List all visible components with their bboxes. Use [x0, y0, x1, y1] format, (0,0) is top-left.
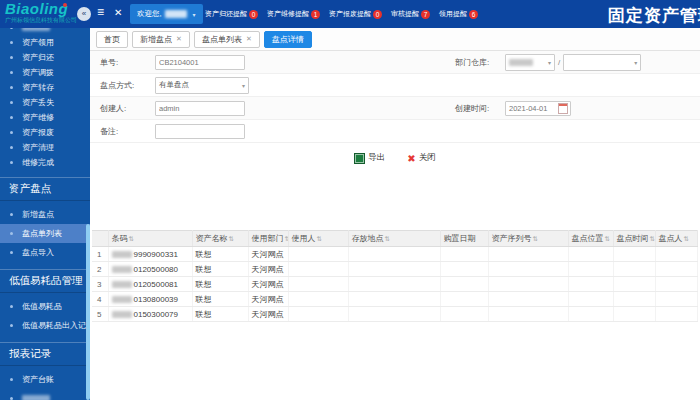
use-dept-cell: 天河网点: [248, 292, 288, 307]
sidebar-item[interactable]: 资产领用: [0, 35, 90, 50]
inventory-time-cell: [613, 277, 655, 292]
tab-close-icon[interactable]: ✕: [176, 35, 182, 43]
inventory-time-cell: [613, 247, 655, 262]
sort-icon[interactable]: ⇅: [605, 235, 610, 242]
sort-icon[interactable]: ⇅: [317, 235, 322, 242]
table-row[interactable]: 30120500081联想天河网点: [92, 277, 697, 292]
creator-input[interactable]: [155, 101, 245, 116]
collapse-sidebar-button[interactable]: «: [77, 7, 91, 21]
notification-link[interactable]: 领用提醒6: [439, 9, 478, 19]
sidebar-item[interactable]: 低值易耗品: [0, 297, 90, 316]
sidebar-item[interactable]: 资产归还: [0, 50, 90, 65]
bullet-icon: [10, 56, 13, 59]
sort-icon[interactable]: ⇅: [129, 235, 134, 242]
table-row[interactable]: 50150300079联想天河网点: [92, 307, 697, 322]
inventory-time-cell: [613, 292, 655, 307]
bullet-icon: [10, 324, 13, 327]
inventory-mode-select[interactable]: 有单盘点 ▾: [155, 77, 249, 94]
tab-close-icon[interactable]: ✕: [246, 35, 252, 43]
create-time-input[interactable]: 2021-04-01: [505, 101, 571, 116]
bullet-icon: [10, 131, 13, 134]
sidebar-item[interactable]: 维修完成: [0, 155, 90, 170]
sidebar-item[interactable]: 资产调拨: [0, 65, 90, 80]
location-cell: [348, 247, 440, 262]
notification-label: 资产报废提醒: [329, 9, 371, 19]
sidebar-item[interactable]: 资产台账: [0, 370, 90, 389]
notification-badge: 1: [311, 10, 320, 19]
column-header[interactable]: 盘点人⇅: [655, 231, 697, 247]
column-header[interactable]: 资产序列号⇅: [488, 231, 568, 247]
sort-icon[interactable]: ⇅: [533, 235, 538, 242]
table-row[interactable]: 20120500080联想天河网点: [92, 262, 697, 277]
barcode-cell: 0120500081: [108, 277, 192, 292]
export-button[interactable]: 导出: [354, 152, 385, 164]
close-icon[interactable]: ✕: [114, 7, 122, 18]
purchase-date-cell: [440, 262, 488, 277]
table-row[interactable]: 19990900331联想天河网点: [92, 247, 697, 262]
sidebar-item[interactable]: 盘点单列表: [0, 224, 90, 243]
sort-icon[interactable]: ⇅: [385, 235, 390, 242]
close-button[interactable]: ✖ 关闭: [407, 152, 435, 164]
column-header[interactable]: 条码⇅: [108, 231, 192, 247]
serial-cell: [488, 292, 568, 307]
column-header[interactable]: 存放地点⇅: [348, 231, 440, 247]
column-header: 购置日期: [440, 231, 488, 247]
app-title: 固定资产管理系统: [608, 4, 700, 27]
dept-select[interactable]: ▾: [505, 54, 555, 71]
tab-盘点单列表[interactable]: 盘点单列表✕: [194, 31, 260, 48]
sidebar-item-label: 维修完成: [22, 157, 54, 168]
sidebar-item-cut-top[interactable]: [0, 28, 90, 35]
remark-input[interactable]: [155, 124, 245, 139]
hamburger-menu-icon[interactable]: ≡: [97, 5, 104, 19]
sort-icon[interactable]: ⇅: [285, 235, 289, 242]
sidebar-item-label: 资产转存: [22, 82, 54, 93]
sidebar-item[interactable]: 新增盘点: [0, 205, 90, 224]
column-label: 盘点位置: [572, 234, 604, 243]
notification-link[interactable]: 资产归还提醒0: [205, 9, 258, 19]
sort-icon[interactable]: ⇅: [650, 235, 655, 242]
user-menu[interactable]: 欢迎您, ▾: [130, 4, 203, 24]
sidebar-item[interactable]: 盘点导入: [0, 243, 90, 262]
sidebar-item[interactable]: 低值易耗品出入记录: [0, 316, 90, 335]
tab-首页[interactable]: 首页: [96, 31, 128, 48]
sidebar-item-cut-bottom[interactable]: [0, 389, 90, 400]
dept-value-redacted: [509, 59, 533, 66]
row-number-cell: 1: [92, 247, 108, 262]
location-cell: [348, 292, 440, 307]
bullet-icon: [10, 161, 13, 164]
column-label: 存放地点: [352, 234, 384, 243]
sidebar-item[interactable]: 资产转存: [0, 80, 90, 95]
inventory-mode-label: 盘点方式:: [90, 80, 155, 91]
tab-新增盘点[interactable]: 新增盘点✕: [132, 31, 190, 48]
column-header[interactable]: 盘点时间⇅: [613, 231, 655, 247]
warehouse-select[interactable]: ▾: [563, 54, 641, 71]
column-header[interactable]: 使用部门⇅: [248, 231, 288, 247]
column-header[interactable]: 使用人⇅: [288, 231, 348, 247]
sidebar-item[interactable]: 资产清理: [0, 140, 90, 155]
sidebar-item-label: 资产调拨: [22, 67, 54, 78]
main-content: 首页新增盘点✕盘点单列表✕盘点详情 单号: 部门仓库: ▾ / ▾ 盘点方式: …: [90, 28, 700, 400]
sidebar-item[interactable]: 资产报废: [0, 125, 90, 140]
user-cell: [288, 292, 348, 307]
notification-link[interactable]: 审核提醒7: [391, 9, 430, 19]
column-header[interactable]: 盘点位置⇅: [568, 231, 613, 247]
barcode-value: 0120500080: [134, 265, 179, 274]
sidebar-item[interactable]: 资产维修: [0, 110, 90, 125]
notification-link[interactable]: 资产维修提醒1: [267, 9, 320, 19]
order-no-input[interactable]: [155, 55, 245, 70]
sort-icon[interactable]: ⇅: [229, 235, 234, 242]
table-row[interactable]: 40130800039联想天河网点: [92, 292, 697, 307]
remark-label: 备注:: [90, 126, 155, 137]
sidebar-item[interactable]: 资产丢失: [0, 95, 90, 110]
column-header[interactable]: 资产名称⇅: [192, 231, 248, 247]
column-label: 条码: [112, 234, 128, 243]
tab-盘点详情[interactable]: 盘点详情: [264, 31, 312, 48]
sidebar-item-label: 新增盘点: [22, 209, 54, 220]
sidebar-item-label: 资产报废: [22, 127, 54, 138]
notification-link[interactable]: 资产报废提醒0: [329, 9, 382, 19]
barcode-prefix-redacted: [112, 311, 132, 318]
barcode-cell: 0120500080: [108, 262, 192, 277]
sort-icon[interactable]: ⇅: [684, 235, 689, 242]
calendar-icon[interactable]: [558, 103, 568, 114]
notification-label: 资产归还提醒: [205, 9, 247, 19]
